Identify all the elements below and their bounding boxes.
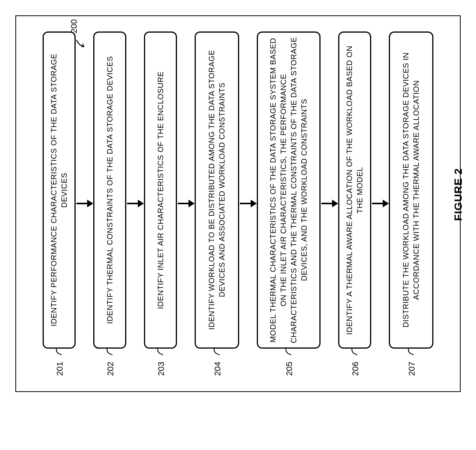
step-ref-label: 203: [155, 362, 166, 376]
ref-tick-icon: [350, 348, 360, 358]
step-text: IDENTIFY WORKLOAD TO BE DISTRIBUTED AMON…: [207, 33, 227, 347]
ref-tick-icon: [155, 348, 165, 358]
flow-step: IDENTIFY PERFORMANCE CHARACTERISTICS OF …: [43, 31, 76, 376]
flowchart: IDENTIFY PERFORMANCE CHARACTERISTICS OF …: [28, 31, 448, 376]
step-text: MODEL THERMAL CHARACTERISTICS OF THE DAT…: [268, 33, 309, 347]
flow-arrow: [177, 31, 195, 376]
flow-step: DISTRIBUTE THE WORKLOAD AMONG THE DATA S…: [389, 31, 433, 376]
ref-tick-icon: [105, 348, 115, 358]
arrow-right-icon: [371, 196, 389, 211]
flow-arrow: [76, 31, 93, 376]
step-text: IDENTIFY PERFORMANCE CHARACTERISTICS OF …: [49, 33, 69, 347]
arrow-right-icon: [239, 196, 257, 211]
step-ref-label: 207: [405, 362, 417, 376]
arrow-right-icon: [177, 196, 195, 211]
step-box: IDENTIFY WORKLOAD TO BE DISTRIBUTED AMON…: [195, 31, 239, 349]
arrow-right-icon: [76, 196, 93, 211]
step-ref-label: 201: [53, 362, 65, 376]
ref-tick-icon: [284, 348, 294, 358]
svg-marker-3: [138, 200, 144, 207]
step-box: IDENTIFY A THERMAL AWARE ALLOCATION OF T…: [338, 31, 371, 349]
flow-step: IDENTIFY THERMAL CONSTRAINTS OF THE DATA…: [93, 31, 126, 376]
arrow-right-icon: [126, 196, 144, 211]
step-ref-label: 202: [104, 362, 116, 376]
flow-arrow: [371, 31, 389, 376]
figure-wrap: 200 IDENTIFY PERFORMANCE CHARACTERISTICS…: [15, 15, 461, 392]
svg-marker-5: [188, 200, 195, 207]
ref-tick-icon: [54, 348, 64, 358]
ref-tick-icon: [212, 348, 222, 358]
svg-marker-11: [383, 200, 389, 207]
step-ref-label: 206: [349, 362, 360, 376]
step-text: DISTRIBUTE THE WORKLOAD AMONG THE DATA S…: [401, 33, 421, 347]
step-box: IDENTIFY PERFORMANCE CHARACTERISTICS OF …: [43, 31, 76, 349]
step-ref-label: 205: [283, 362, 294, 376]
step-text: IDENTIFY A THERMAL AWARE ALLOCATION OF T…: [344, 33, 365, 347]
flow-step: MODEL THERMAL CHARACTERISTICS OF THE DAT…: [257, 31, 321, 376]
flow-arrow: [126, 31, 144, 376]
step-box: DISTRIBUTE THE WORKLOAD AMONG THE DATA S…: [389, 31, 433, 349]
svg-marker-1: [87, 200, 93, 207]
step-box: IDENTIFY INLET AIR CHARACTERISTICS OF TH…: [144, 31, 177, 349]
step-box: IDENTIFY THERMAL CONSTRAINTS OF THE DATA…: [93, 31, 126, 349]
diagram-frame: IDENTIFY PERFORMANCE CHARACTERISTICS OF …: [15, 15, 461, 392]
flow-step: IDENTIFY A THERMAL AWARE ALLOCATION OF T…: [338, 31, 371, 376]
flow-step: IDENTIFY INLET AIR CHARACTERISTICS OF TH…: [144, 31, 177, 376]
svg-marker-9: [332, 200, 338, 207]
step-text: IDENTIFY THERMAL CONSTRAINTS OF THE DATA…: [105, 52, 115, 328]
step-box: MODEL THERMAL CHARACTERISTICS OF THE DAT…: [257, 31, 321, 349]
ref-tick-icon: [406, 348, 416, 358]
flow-arrow: [239, 31, 257, 376]
arrow-right-icon: [321, 196, 338, 211]
step-ref-label: 204: [211, 362, 223, 376]
figure-caption: FIGURE 2: [452, 168, 464, 221]
flow-step: IDENTIFY WORKLOAD TO BE DISTRIBUTED AMON…: [195, 31, 239, 376]
step-text: IDENTIFY INLET AIR CHARACTERISTICS OF TH…: [155, 68, 166, 313]
svg-marker-7: [251, 200, 257, 207]
flow-arrow: [321, 31, 338, 376]
